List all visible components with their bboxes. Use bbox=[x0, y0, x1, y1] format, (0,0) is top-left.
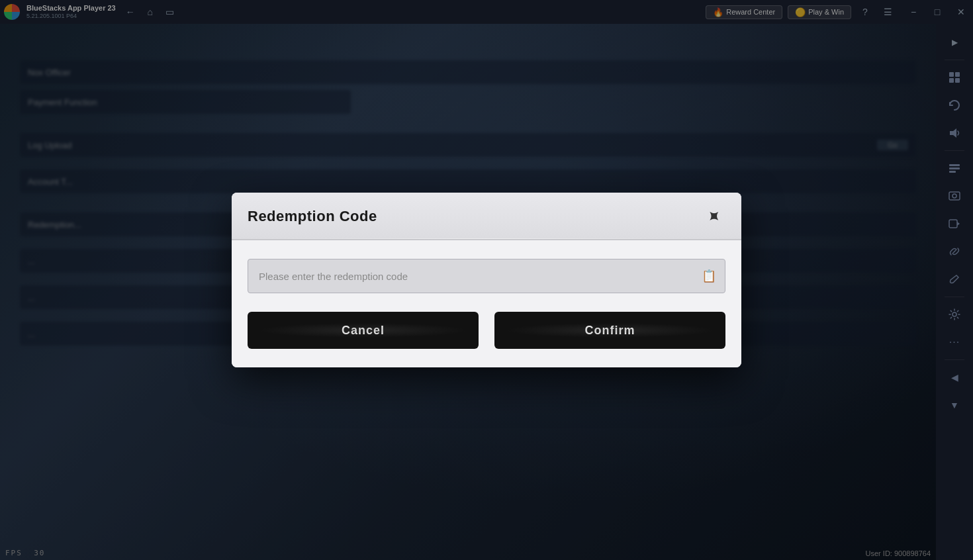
modal-close-button[interactable]: ✦ bbox=[702, 205, 725, 228]
modal-buttons: Cancel Confirm bbox=[248, 312, 725, 349]
paste-icon[interactable]: 📋 bbox=[702, 269, 716, 283]
cancel-button[interactable]: Cancel bbox=[248, 312, 479, 349]
modal-overlay: Redemption Code ✦ 📋 Cancel Confirm bbox=[0, 0, 973, 560]
modal-header: Redemption Code ✦ bbox=[232, 193, 741, 240]
redemption-code-modal: Redemption Code ✦ 📋 Cancel Confirm bbox=[232, 193, 741, 367]
redemption-code-input[interactable] bbox=[248, 259, 725, 293]
confirm-button[interactable]: Confirm bbox=[494, 312, 725, 349]
code-input-wrapper: 📋 bbox=[248, 259, 725, 293]
modal-body: 📋 Cancel Confirm bbox=[232, 240, 741, 367]
close-star-icon: ✦ bbox=[702, 205, 725, 228]
modal-title: Redemption Code bbox=[248, 208, 377, 225]
